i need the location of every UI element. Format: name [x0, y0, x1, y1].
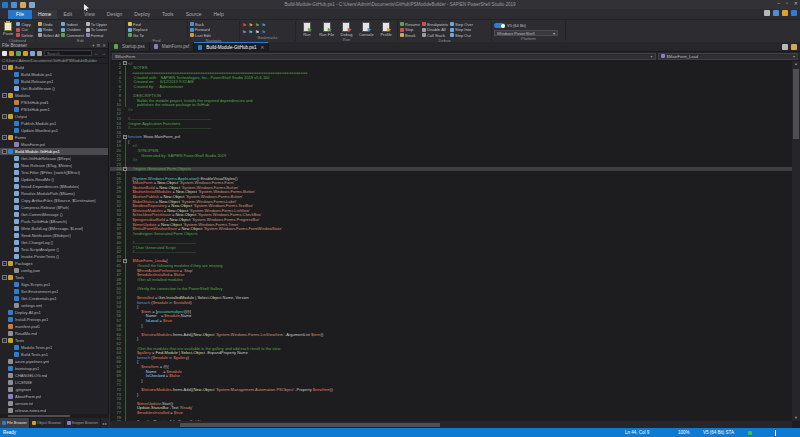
scrollbar-thumb[interactable]	[8, 415, 70, 418]
tree-item[interactable]: Set-Environment.ps1	[0, 288, 108, 295]
settings-gear-icon[interactable]	[37, 51, 42, 56]
tree-item[interactable]: config.json	[0, 267, 108, 274]
tree-item[interactable]: Send-Notification ($Subject)	[0, 232, 108, 239]
ribbon-tab-edit[interactable]: Edit	[57, 10, 78, 19]
step-over-button[interactable]: Step Over	[450, 22, 473, 27]
scroll-right-icon[interactable]: ▸	[105, 421, 107, 426]
find-button[interactable]: Find	[128, 22, 148, 27]
scrollbar-thumb[interactable]	[793, 69, 799, 139]
tree-item[interactable]: Get-ChangeLog ()	[0, 239, 108, 246]
expander-icon[interactable]: −	[2, 114, 7, 119]
minimize-button[interactable]: –	[777, 0, 780, 6]
parent-folder-icon[interactable]	[23, 51, 28, 56]
bookmark-flag-icon[interactable]: ⚑	[261, 30, 265, 35]
panel-menu-icon[interactable]: ▾	[92, 43, 94, 48]
platform-indicator[interactable]: V5 (64 Bit) STA	[703, 430, 734, 435]
tree-item[interactable]: PSGitHub.psm1	[0, 106, 108, 113]
scroll-up-arrow[interactable]: ▲	[792, 61, 800, 67]
ribbon-tab-view[interactable]: View	[78, 10, 101, 19]
bookmark-flag-icon[interactable]: ⚑	[248, 23, 252, 28]
maximize-button[interactable]: ▫	[786, 0, 788, 6]
copy-button[interactable]: Copy	[16, 22, 33, 27]
tree-item[interactable]: LICENSE	[0, 379, 108, 386]
tree-item[interactable]: settings.xml	[0, 302, 108, 309]
window-layout-icon[interactable]	[764, 10, 770, 16]
help-icon[interactable]	[791, 10, 797, 16]
to-lower-button[interactable]: To Lower	[86, 28, 107, 33]
outdent-button[interactable]: Outdent	[61, 28, 83, 33]
back-icon[interactable]: ←	[94, 51, 99, 56]
ribbon-tab-help[interactable]: Help	[207, 10, 229, 19]
forward-button[interactable]: Forward	[190, 28, 211, 33]
tree-item[interactable]: Update-Manifest.ps1	[0, 127, 108, 134]
tree-item[interactable]: CHANGELOG.md	[0, 372, 108, 379]
breakpoints-button[interactable]: Breakpoints	[422, 22, 448, 27]
tree-item[interactable]: .gitignore	[0, 386, 108, 393]
zoom-indicator[interactable]: 100%	[678, 430, 690, 435]
panel-tab-object-browser[interactable]: Object Browser	[30, 418, 65, 428]
search-input[interactable]	[44, 50, 92, 56]
tree-item[interactable]: −Build-Module-GitHub.ps1	[0, 148, 108, 155]
tree-item[interactable]: Deploy-All.ps1	[0, 309, 108, 316]
ribbon-tab-design[interactable]: Design	[101, 10, 129, 19]
feedback-icon[interactable]	[782, 10, 788, 16]
tree-item[interactable]: version.txt	[0, 400, 108, 407]
expander-icon[interactable]: −	[2, 338, 7, 343]
close-icon[interactable]: ✕	[102, 43, 106, 48]
expander-icon[interactable]: −	[2, 65, 7, 70]
cut-button[interactable]: Cut	[16, 28, 33, 33]
expander-icon[interactable]: −	[2, 135, 7, 140]
profile-button[interactable]: ▶Profile	[377, 22, 395, 37]
document-tab[interactable]: Startup.pss	[110, 42, 150, 51]
bookmark-flag-icon[interactable]: ⚑	[248, 30, 252, 35]
tree-item[interactable]: Build-Release.ps1	[0, 78, 108, 85]
tree-item[interactable]: release-notes.md	[0, 407, 108, 414]
tree-item[interactable]: Build-Module.ps1	[0, 71, 108, 78]
expander-icon[interactable]: −	[2, 93, 7, 98]
tree-item[interactable]: Build.Tests.ps1	[0, 351, 108, 358]
panel-tab-file-browser[interactable]: File Browser	[0, 418, 30, 428]
step-into-button[interactable]: Step Into	[450, 28, 473, 33]
bookmark-flag-icon[interactable]: ⚑	[242, 30, 246, 35]
editor-vertical-scrollbar[interactable]: ▲ ▼	[792, 61, 800, 421]
bookmark-flag-icon[interactable]: ⚑	[255, 30, 259, 35]
code-editor[interactable]: 1−<#2 .NOTES3 ==========================…	[110, 61, 792, 421]
expander-icon[interactable]: −	[2, 275, 7, 280]
ribbon-tab-source[interactable]: Source	[180, 10, 208, 19]
copy-path-icon[interactable]	[30, 51, 35, 56]
tree-item[interactable]: Publish-Module.ps1	[0, 120, 108, 127]
resume-button[interactable]: Resume	[400, 22, 420, 27]
tree-item[interactable]: MainForm.psf	[0, 141, 108, 148]
close-tab-icon[interactable]: ✕	[261, 45, 265, 50]
tree-item[interactable]: Install-Dependencies ($Modules)	[0, 183, 108, 190]
tree-item[interactable]: ReadMe.md	[0, 330, 108, 337]
tree-item[interactable]: −Tests	[0, 337, 108, 344]
debug-button[interactable]: ▶Debug	[338, 22, 356, 37]
platform-toggle[interactable]	[494, 23, 505, 28]
tree-item[interactable]: Get-BuildVersion ()	[0, 85, 108, 92]
tree-item[interactable]: manifest.psd1	[0, 323, 108, 330]
tree-item[interactable]: −Tools	[0, 274, 108, 281]
forward-icon[interactable]: →	[101, 51, 106, 56]
ribbon-tab-deploy[interactable]: Deploy	[128, 10, 156, 19]
tree-item[interactable]: New-Release ($Tag, $Notes)	[0, 162, 108, 169]
undo-button[interactable]: Undo	[38, 22, 59, 27]
tree-item[interactable]: Module.Tests.ps1	[0, 344, 108, 351]
tree-item[interactable]: bootstrap.ps1	[0, 365, 108, 372]
pin-icon[interactable]: ⊞	[96, 43, 100, 48]
tree-item[interactable]: Invoke-PesterTests ()	[0, 253, 108, 260]
editor-horizontal-scrollbar[interactable]	[110, 421, 792, 428]
tree-item[interactable]: Get-CommitMessage ()	[0, 211, 108, 218]
back-button[interactable]: Back	[190, 22, 211, 27]
scroll-down-arrow[interactable]: ▼	[792, 415, 800, 421]
split-view-icon[interactable]	[791, 44, 797, 50]
tree-item[interactable]: Test-Filter ($Filter, [switch]$Strict)	[0, 169, 108, 176]
close-button[interactable]: ✕	[794, 0, 798, 6]
new-file-icon[interactable]	[2, 51, 7, 56]
file-tab[interactable]: File	[8, 10, 32, 19]
event-dropdown[interactable]: $MainForm_Load ▾	[658, 53, 798, 60]
tree-item[interactable]: Push-ToGitHub ($Branch)	[0, 218, 108, 225]
disable-all-button[interactable]: Disable All	[422, 28, 448, 33]
document-tab[interactable]: MainForm.psf	[150, 42, 195, 51]
bookmark-flag-icon[interactable]: ⚑	[261, 23, 265, 28]
